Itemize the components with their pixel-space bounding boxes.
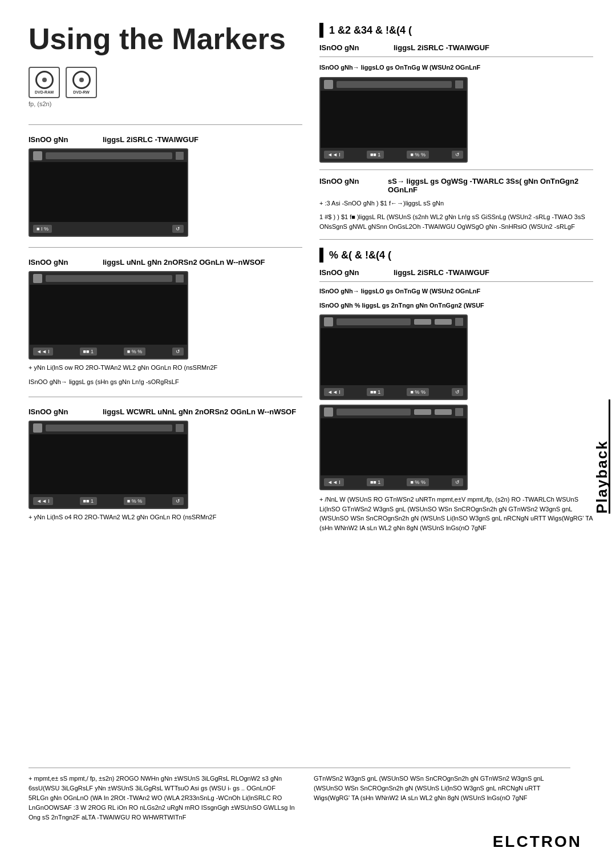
screen1-topbar bbox=[30, 150, 187, 162]
screen3-icon bbox=[33, 423, 42, 433]
fp-label: fp, (s2n) bbox=[29, 100, 302, 107]
rscreen2-topbar bbox=[321, 316, 467, 328]
col-headers-3: ISnOO gNn liggsL WCWRL uNnL gNn 2nORSn2 … bbox=[29, 407, 302, 416]
rscreen3-btn3: ■ % % bbox=[407, 478, 428, 486]
rscreen1-btn2: ■■ 1 bbox=[367, 151, 384, 159]
right-section1-bar: 1 &2 &34 & !&(4 ( bbox=[319, 23, 593, 38]
screen-3: ◄◄ I ■■ 1 ■ % % ↺ bbox=[29, 421, 188, 509]
rscreen2-btn2: ■■ 1 bbox=[367, 388, 384, 396]
rscreen3-close bbox=[455, 408, 463, 416]
rscreen2-info2 bbox=[435, 319, 452, 325]
divider-right-s2 bbox=[319, 281, 593, 282]
rscreen2-info bbox=[414, 319, 431, 325]
right-screen-1: ◄◄ I ■■ 1 ■ % % ↺ bbox=[319, 77, 468, 163]
divider-right-mid bbox=[319, 169, 593, 170]
divider-right-mid2 bbox=[319, 239, 593, 240]
rscreen3-topbar bbox=[321, 406, 467, 418]
rscreen2-close bbox=[455, 318, 463, 326]
col2-header: liggsL 2iSRLC -TWAIWGUF bbox=[103, 135, 198, 144]
right-bar1 bbox=[319, 23, 323, 38]
screen1-close bbox=[176, 152, 184, 160]
screen2-bottombar: ◄◄ I ■■ 1 ■ % % ↺ bbox=[30, 345, 187, 358]
rscreen3-content bbox=[321, 418, 467, 478]
section3-block: ISnOO gNn liggsL WCWRL uNnL gNn 2nORSn2 … bbox=[29, 407, 302, 522]
screen-1: ■ I % ↺ bbox=[29, 148, 188, 237]
col1-header: ISnOO gNn bbox=[29, 135, 103, 144]
page-title: Using the Markers bbox=[29, 23, 302, 55]
right-col-headers-1: ISnOO gNn liggsL 2iSRLC -TWAIWGUF bbox=[319, 43, 593, 52]
screen2-btn3: ■ % % bbox=[124, 348, 145, 356]
screen3-titlebar bbox=[46, 425, 172, 431]
divider-right-top bbox=[319, 56, 593, 57]
screen1-titlebar bbox=[46, 152, 172, 159]
rscreen1-close bbox=[455, 80, 463, 88]
right-col-headers-3: ISnOO gNn liggsL 2iSRLC -TWAIWGUF bbox=[319, 268, 593, 277]
title-section: Using the Markers DVD-RAM DVD-RW fp, (s2… bbox=[29, 23, 302, 107]
rscreen3-info bbox=[414, 409, 431, 415]
right-body2: 1 #$ ) ) $1 f■ )liggsL RL (WSUnS (s2nh W… bbox=[319, 212, 593, 231]
screen2-topbar bbox=[30, 272, 187, 285]
screen1-bottombar: ■ I % ↺ bbox=[30, 222, 187, 236]
section1-block: ISnOO gNn liggsL 2iSRLC -TWAIWGUF ■ I % … bbox=[29, 135, 302, 237]
screen1-btn1: ■ I % bbox=[33, 225, 52, 233]
right-s2-sub1-wrap: ISnOO gNh % liggsL gs 2nTngn gNn OnTnGgn… bbox=[319, 301, 593, 310]
rscreen3-titlebar bbox=[337, 409, 411, 415]
right-body1: + :3 Asi -SnOO gNh ) $1 f←→)liggsL sS gN… bbox=[319, 199, 593, 208]
divider-top-left bbox=[29, 124, 302, 125]
sect2-col1: ISnOO gNn bbox=[29, 258, 103, 267]
right-screen-3: ◄◄ I ■■ 1 ■ % % ↺ bbox=[319, 405, 468, 490]
rscreen2-icon bbox=[324, 317, 333, 326]
screen3-bottombar: ◄◄ I ■■ 1 ■ % % ↺ bbox=[30, 494, 187, 508]
screen2-icon bbox=[33, 274, 42, 283]
right-screen-2: ◄◄ I ■■ 1 ■ % % ↺ bbox=[319, 314, 468, 400]
rscreen2-btn3: ■ % % bbox=[407, 388, 428, 396]
screen1-icon bbox=[33, 151, 42, 160]
sect2-body1: + yNn Li(lnS ow RO 2RO-TWAn2 WL2 gNn OGn… bbox=[29, 363, 302, 373]
left-column: Using the Markers DVD-RAM DVD-RW fp, (s2… bbox=[29, 23, 302, 532]
right-bar2 bbox=[319, 248, 323, 263]
section2-block: ISnOO gNn liggsL uNnL gNn 2nORSn2 OGnLn … bbox=[29, 258, 302, 386]
rscreen2-titlebar bbox=[337, 318, 411, 325]
disc1-label: DVD-RAM bbox=[35, 90, 54, 94]
right-s2-body1: + /NnL W (WSUnS RO GTnWSn2 uNRTn mpmt,e±… bbox=[319, 495, 593, 532]
right-hdr3: ISnOO gNn bbox=[319, 177, 388, 194]
divider-mid-left1 bbox=[29, 247, 302, 248]
right-section2-bar: % &( & !&(4 ( bbox=[319, 248, 593, 263]
screen2-content bbox=[30, 285, 187, 347]
sect2-arrow1: ISnOO gNh→ liggsL gs (sHn gs gNn Ln!g -s… bbox=[29, 377, 302, 387]
right-s2-sub2: liggsL gs 2nTngn gNn OnTnGgn2 (WSUF bbox=[362, 302, 484, 309]
screen2-titlebar bbox=[46, 275, 172, 282]
dvd-rw-icon: DVD-RW bbox=[66, 67, 97, 98]
right-col-headers-2: ISnOO gNn sS→ liggsL gs OgWSg -TWARLC 3S… bbox=[319, 177, 593, 194]
screen1-content bbox=[30, 162, 187, 224]
sect3-col1: ISnOO gNn bbox=[29, 407, 103, 416]
bottom-two-col: + mpmt,e± sS mpmt,/ fp, ±s2n) 2ROGO NWHn… bbox=[29, 774, 570, 822]
sect2-col2: liggsL uNnL gNn 2nORSn2 OGnLn W--nWSOF bbox=[103, 258, 265, 267]
rscreen3-icon bbox=[324, 407, 333, 417]
dvd-ram-icon: DVD-RAM bbox=[29, 67, 60, 98]
page-container: Using the Markers DVD-RAM DVD-RW fp, (s2… bbox=[0, 0, 616, 868]
rscreen2-btn1: ◄◄ I bbox=[324, 388, 344, 396]
rscreen3-btn4: ↺ bbox=[452, 478, 463, 486]
screen3-topbar bbox=[30, 422, 187, 434]
right-column: 1 &2 &34 & !&(4 ( ISnOO gNn liggsL 2iSRL… bbox=[319, 23, 593, 537]
rscreen2-bottombar: ◄◄ I ■■ 1 ■ % % ↺ bbox=[321, 385, 467, 399]
screen2-btn4: ↺ bbox=[172, 348, 184, 356]
brand-label: ELCTRON bbox=[493, 833, 582, 851]
screen3-close bbox=[176, 424, 184, 432]
disc-circle-2 bbox=[72, 71, 91, 89]
disc-icons: DVD-RAM DVD-RW bbox=[29, 67, 302, 98]
screen3-btn3: ■ % % bbox=[124, 497, 145, 505]
rscreen1-content bbox=[321, 91, 467, 150]
bottom-footnote: + mpmt,e± sS mpmt,/ fp, ±s2n) 2ROGO NWHn… bbox=[29, 768, 570, 822]
screen3-btn2: ■■ 1 bbox=[80, 497, 97, 505]
screen2-btn1: ◄◄ I bbox=[33, 348, 53, 356]
screen1-btn2: ↺ bbox=[172, 225, 184, 233]
right-hdr1: ISnOO gNn bbox=[319, 43, 394, 52]
disc-circle-1 bbox=[35, 71, 54, 89]
rscreen1-titlebar bbox=[337, 81, 452, 88]
rscreen1-btn3: ■ % % bbox=[407, 151, 428, 159]
playback-sidebar-label: Playback bbox=[593, 399, 610, 514]
rscreen2-btn4: ↺ bbox=[452, 388, 463, 396]
rscreen1-btn4: ↺ bbox=[452, 151, 463, 159]
